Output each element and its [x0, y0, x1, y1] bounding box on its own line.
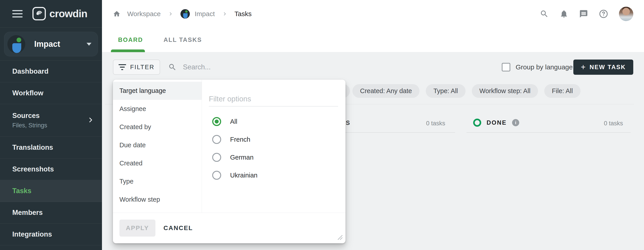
filter-options-input[interactable]	[209, 92, 338, 107]
user-avatar[interactable]	[619, 7, 633, 21]
radio-icon	[212, 171, 221, 180]
messages-chat-icon[interactable]	[579, 10, 588, 18]
filter-menu-created[interactable]: Created	[113, 154, 202, 172]
filter-icon	[118, 64, 126, 70]
search-input[interactable]	[183, 61, 308, 73]
option-all[interactable]: All	[209, 113, 338, 130]
search-icon[interactable]	[540, 10, 549, 18]
board-column-done-header: DONE i	[473, 119, 519, 127]
resize-handle[interactable]	[336, 234, 343, 241]
project-selector[interactable]: Impact	[4, 32, 98, 56]
sidebar-item-tasks[interactable]: Tasks	[0, 180, 102, 202]
board-column-in-progress-count: 0 tasks	[426, 120, 445, 127]
breadcrumb-project-avatar	[180, 9, 190, 19]
header-icons	[540, 7, 633, 21]
filter-chip-workflow-step[interactable]: Workflow step: All	[472, 84, 538, 98]
breadcrumb-current: Tasks	[234, 10, 252, 18]
breadcrumb-project[interactable]: Impact	[195, 10, 215, 18]
filter-button[interactable]: FILTER	[113, 60, 160, 75]
option-ukrainian[interactable]: Ukrainian	[209, 166, 338, 184]
tab-board[interactable]: BOARD	[118, 37, 143, 44]
project-name: Impact	[34, 39, 86, 49]
sidebar-top: crowdin	[0, 0, 102, 28]
filter-chip-type[interactable]: Type: All	[426, 84, 466, 98]
help-icon[interactable]	[599, 9, 608, 19]
language-options: All French German Ukrainian	[209, 113, 338, 184]
sidebar-item-integrations[interactable]: Integrations	[0, 223, 102, 245]
sidebar-nav: Dashboard Workflow Sources Files, String…	[0, 60, 102, 245]
crowdin-logo-icon	[32, 7, 46, 20]
sidebar: crowdin Impact Dashboard Workflow Source…	[0, 0, 102, 250]
radio-icon	[212, 153, 221, 162]
done-status-ring-icon	[473, 119, 481, 127]
info-icon[interactable]: i	[512, 119, 519, 126]
chevron-right-icon	[222, 11, 227, 17]
notifications-bell-icon[interactable]	[560, 10, 568, 18]
home-icon[interactable]	[113, 10, 120, 18]
project-avatar	[8, 35, 25, 53]
crowdin-wordmark: crowdin	[50, 8, 87, 20]
filter-chip-created[interactable]: Created: Any date	[352, 84, 420, 98]
breadcrumb: Workspace Impact Tasks	[102, 0, 644, 28]
new-task-button[interactable]: + NEW TASK	[573, 60, 633, 75]
filter-menu: Target language Assignee Created by Due …	[113, 80, 202, 213]
board-column-done-count: 0 tasks	[604, 120, 623, 127]
tabs: BOARD ALL TASKS	[102, 28, 644, 52]
board-column-done-label: DONE	[486, 119, 507, 126]
search-icon	[168, 63, 177, 72]
cancel-button[interactable]: CANCEL	[164, 219, 193, 236]
option-french[interactable]: French	[209, 130, 338, 148]
filter-menu-type[interactable]: Type	[113, 172, 202, 190]
chevron-right-icon	[87, 117, 94, 124]
radio-icon	[212, 135, 221, 144]
tab-all-tasks[interactable]: ALL TASKS	[164, 37, 202, 44]
filter-panel-footer: APPLY CANCEL	[113, 213, 346, 243]
active-tab-underline	[111, 50, 145, 52]
filter-menu-created-by[interactable]: Created by	[113, 118, 202, 136]
chevron-right-icon	[168, 11, 173, 17]
sidebar-item-sources[interactable]: Sources Files, Strings	[0, 104, 102, 137]
sidebar-item-members[interactable]: Members	[0, 202, 102, 223]
breadcrumb-workspace[interactable]: Workspace	[127, 10, 161, 18]
apply-button[interactable]: APPLY	[120, 219, 156, 236]
option-german[interactable]: German	[209, 148, 338, 166]
filter-options-pane: All French German Ukrainian	[202, 80, 346, 213]
main-area: Workspace Impact Tasks	[102, 0, 644, 250]
board-column-divider	[466, 132, 630, 133]
plus-icon: +	[581, 63, 586, 71]
filter-menu-workflow-step[interactable]: Workflow step	[113, 190, 202, 209]
radio-selected-icon	[212, 117, 221, 126]
filter-chips: Created: Any date Type: All Workflow ste…	[352, 84, 580, 98]
group-by-language-label[interactable]: Group by language	[516, 63, 573, 71]
filter-menu-due-date[interactable]: Due date	[113, 136, 202, 154]
filter-menu-target-language[interactable]: Target language	[113, 82, 202, 100]
filter-menu-assignee[interactable]: Assignee	[113, 100, 202, 118]
crowdin-logo[interactable]: crowdin	[32, 7, 87, 20]
sidebar-item-dashboard[interactable]: Dashboard	[0, 61, 102, 82]
group-by-language-checkbox[interactable]	[502, 63, 510, 71]
sidebar-item-workflow[interactable]: Workflow	[0, 82, 102, 104]
chevron-down-icon	[86, 43, 92, 46]
main-header: Workspace Impact Tasks	[102, 0, 644, 52]
filter-chip-file[interactable]: File: All	[544, 84, 580, 98]
sidebar-item-screenshots[interactable]: Screenshots	[0, 158, 102, 180]
menu-icon[interactable]	[12, 10, 22, 18]
sidebar-item-translations[interactable]: Translations	[0, 137, 102, 158]
filter-dropdown-panel: Target language Assignee Created by Due …	[113, 80, 346, 243]
